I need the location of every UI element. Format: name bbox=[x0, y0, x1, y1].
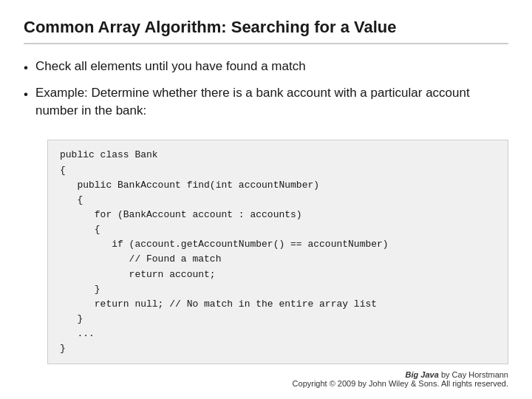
bullet-2: • Example: Determine whether there is a … bbox=[24, 84, 508, 120]
footer-copyright: Copyright © 2009 by John Wiley & Sons. A… bbox=[24, 379, 508, 388]
bullet-1-text: Check all elements until you have found … bbox=[35, 58, 306, 75]
code-block: public class Bank { public BankAccount f… bbox=[47, 140, 508, 364]
footer: Big Java by Cay Horstmann Copyright © 20… bbox=[24, 364, 508, 388]
code-line-10: } bbox=[60, 282, 496, 297]
code-line-4: { bbox=[60, 193, 496, 208]
footer-book: Big Java by Cay Horstmann bbox=[24, 370, 508, 379]
code-line-9: return account; bbox=[60, 267, 496, 282]
code-line-12: } bbox=[60, 312, 496, 327]
footer-book-subtitle: by Cay Horstmann bbox=[439, 370, 508, 379]
code-line-11: return null; // No match in the entire a… bbox=[60, 297, 496, 312]
slide: Common Array Algorithm: Searching for a … bbox=[0, 0, 532, 399]
bullets-section: • Check all elements until you have foun… bbox=[24, 58, 508, 126]
bullet-dot-1: • bbox=[24, 59, 28, 77]
code-line-7: if (account.getAccountNumber() == accoun… bbox=[60, 237, 496, 252]
bullet-dot-2: • bbox=[24, 86, 28, 103]
bullet-2-text: Example: Determine whether there is a ba… bbox=[35, 84, 508, 120]
code-line-14: } bbox=[60, 341, 496, 356]
code-line-2: { bbox=[60, 163, 496, 178]
bullet-1: • Check all elements until you have foun… bbox=[24, 58, 508, 77]
code-line-6: { bbox=[60, 222, 496, 237]
footer-book-title: Big Java bbox=[406, 370, 439, 379]
code-line-5: for (BankAccount account : accounts) bbox=[60, 208, 496, 222]
slide-title: Common Array Algorithm: Searching for a … bbox=[24, 18, 508, 44]
code-line-3: public BankAccount find(int accountNumbe… bbox=[60, 178, 496, 193]
code-line-8: // Found a match bbox=[60, 252, 496, 267]
code-line-13: ... bbox=[60, 327, 496, 341]
code-line-1: public class Bank bbox=[60, 148, 496, 163]
